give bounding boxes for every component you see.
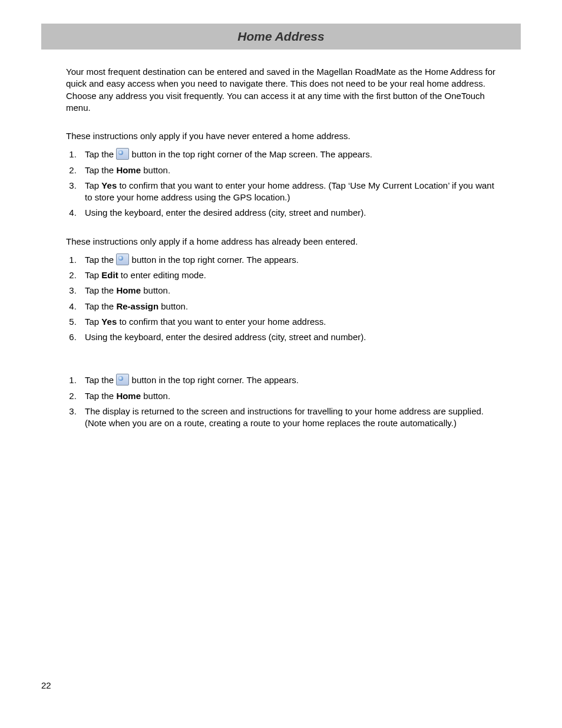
spacer	[66, 354, 496, 370]
list-item: Tap the button in the top right corner. …	[79, 374, 496, 386]
list-item: Tap the Home button.	[79, 285, 496, 297]
bold-text: Re-assign	[116, 301, 158, 311]
step-text: to enter editing mode.	[118, 270, 206, 280]
step-text: The display is returned to the	[85, 406, 201, 416]
step-text: Tap the	[85, 301, 116, 311]
bold-text: Home	[116, 391, 141, 401]
bold-text: Edit	[101, 270, 118, 280]
step-text: Tap the	[85, 255, 116, 265]
step-text: Tap	[85, 180, 101, 190]
bold-text: Yes	[101, 180, 117, 190]
step-text: button in the top right corner. The	[129, 255, 264, 265]
section2-note: These instructions only apply if a home …	[66, 236, 496, 248]
content-area: Your most frequent destination can be en…	[41, 66, 521, 429]
list-item: Tap Yes to confirm that you want to ente…	[79, 180, 496, 204]
list-item: Tap the button in the top right corner o…	[79, 148, 496, 160]
step-text: appears.	[338, 149, 372, 159]
list-item: Tap Yes to confirm that you want to ente…	[79, 316, 496, 328]
step-text: appears.	[264, 375, 298, 385]
document-page: Home Address Your most frequent destinat…	[0, 0, 562, 728]
intro-paragraph: Your most frequent destination can be en…	[66, 66, 496, 114]
bold-text: Home	[116, 165, 141, 175]
list-item: Tap the Home button.	[79, 390, 496, 402]
step-text: Tap the	[85, 149, 116, 159]
step-text: appears.	[264, 255, 298, 265]
onetouch-icon	[116, 148, 129, 160]
step-text: button in the top right corner of the Ma…	[129, 149, 338, 159]
step-text: Using the keyboard, enter the desired ad…	[85, 207, 366, 218]
step-text: button.	[141, 285, 170, 295]
step-text: button in the top right corner. The	[129, 375, 264, 385]
section2-steps: Tap the button in the top right corner. …	[66, 253, 496, 344]
step-text: Tap	[85, 317, 101, 327]
section1-note: These instructions only apply if you hav…	[66, 130, 496, 142]
page-number: 22	[41, 680, 51, 690]
list-item: Using the keyboard, enter the desired ad…	[79, 331, 496, 343]
step-text: Tap the	[85, 375, 116, 385]
step-text: Tap	[85, 270, 101, 280]
step-text: button.	[141, 165, 170, 175]
onetouch-icon	[116, 253, 129, 265]
step-text: button.	[158, 301, 188, 311]
title-bar: Home Address	[41, 24, 521, 50]
bold-text: Home	[116, 285, 141, 295]
list-item: Tap the button in the top right corner. …	[79, 253, 496, 266]
list-item: Using the keyboard, enter the desired ad…	[79, 207, 496, 219]
onetouch-icon	[116, 374, 129, 386]
list-item: Tap Edit to enter editing mode.	[79, 269, 496, 281]
step-text: Using the keyboard, enter the desired ad…	[85, 332, 366, 342]
section1-steps: Tap the button in the top right corner o…	[66, 148, 496, 219]
page-title: Home Address	[237, 29, 324, 44]
step-text: Tap the	[85, 165, 116, 175]
section3-steps: Tap the button in the top right corner. …	[66, 374, 496, 429]
bold-text: Yes	[101, 317, 117, 327]
list-item: Tap the Re-assign button.	[79, 301, 496, 312]
step-text: Tap the	[85, 285, 116, 295]
step-text: to confirm that you want to enter your h…	[85, 180, 494, 202]
list-item: Tap the Home button.	[79, 164, 496, 176]
step-text: button.	[141, 391, 170, 401]
step-text: to confirm that you want to enter your h…	[117, 317, 326, 327]
step-text: Tap the	[85, 391, 116, 401]
list-item: The display is returned to the screen an…	[79, 406, 496, 430]
